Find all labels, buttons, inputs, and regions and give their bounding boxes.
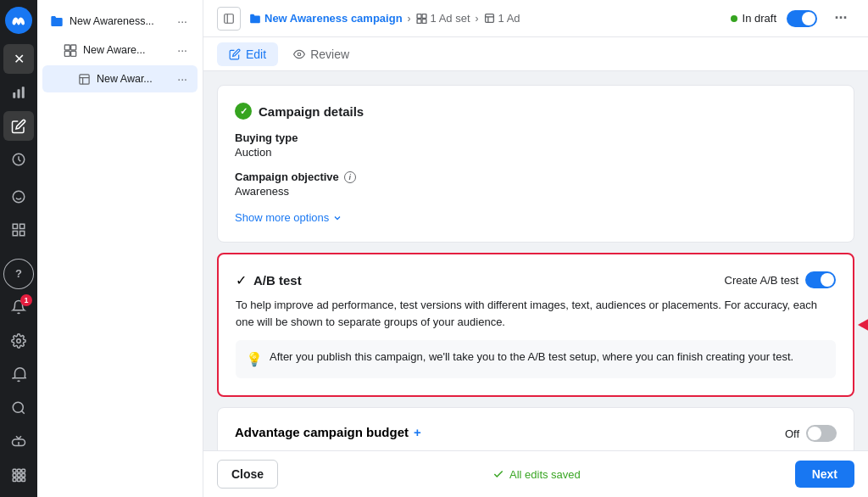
- svg-rect-17: [22, 470, 25, 473]
- svg-rect-2: [22, 87, 25, 98]
- svg-rect-21: [13, 478, 16, 482]
- advantage-off-label: Off: [785, 427, 799, 440]
- breadcrumb-campaign[interactable]: New Awareness campaign: [249, 12, 403, 25]
- bug-icon[interactable]: [3, 427, 34, 457]
- svg-rect-33: [417, 14, 421, 19]
- svg-point-40: [298, 53, 301, 56]
- svg-rect-1: [18, 89, 20, 98]
- search-icon[interactable]: [3, 393, 34, 423]
- smiley-icon[interactable]: [3, 181, 34, 212]
- objective-info-icon[interactable]: i: [344, 171, 356, 183]
- advantage-title: Advantage campaign budget +: [235, 425, 421, 439]
- sidebar-adset-label: New Aware...: [83, 44, 169, 56]
- svg-rect-16: [18, 470, 21, 473]
- advantage-card-header: Advantage campaign budget + Off: [235, 425, 837, 446]
- question-icon[interactable]: ?: [3, 259, 34, 289]
- sidebar-adset-more[interactable]: ···: [174, 42, 191, 59]
- bottom-bar: Close All edits saved Next: [203, 450, 868, 497]
- saved-label: All edits saved: [509, 468, 581, 481]
- left-navigation: ✕ ? 1: [0, 0, 37, 497]
- close-nav-icon[interactable]: ✕: [3, 44, 34, 75]
- notifications-icon[interactable]: 1: [3, 293, 34, 323]
- buying-type-field: Buying type Auction: [235, 131, 837, 159]
- sidebar-item-campaign[interactable]: New Awareness... ···: [42, 8, 198, 35]
- svg-rect-10: [20, 232, 25, 236]
- show-more-options[interactable]: Show more options: [235, 211, 342, 224]
- bulb-icon: 💡: [246, 349, 263, 370]
- adset-icon: [63, 42, 78, 58]
- grid-icon[interactable]: [3, 215, 34, 246]
- status-badge: In draft: [731, 12, 776, 25]
- red-arrow-head: [858, 318, 868, 332]
- settings-icon[interactable]: [3, 326, 34, 356]
- pencil-icon[interactable]: [3, 111, 34, 142]
- campaign-details-card: ✓ Campaign details Buying type Auction C…: [217, 85, 854, 243]
- tab-review-label: Review: [310, 47, 349, 61]
- sidebar-ad-label: New Awar...: [97, 73, 169, 85]
- next-button[interactable]: Next: [795, 461, 854, 488]
- sidebar-item-ad[interactable]: New Awar... ···: [42, 65, 198, 92]
- ad-icon: [76, 71, 92, 87]
- ab-test-toggle[interactable]: [805, 271, 836, 288]
- status-dot: [731, 15, 737, 22]
- content-area: ✓ Campaign details Buying type Auction C…: [203, 71, 868, 450]
- buying-type-label: Buying type: [235, 131, 837, 144]
- svg-rect-24: [64, 45, 70, 50]
- svg-rect-36: [422, 20, 426, 24]
- advantage-plus: +: [414, 425, 421, 439]
- adset-crumb-label: 1 Ad set: [431, 12, 470, 25]
- bell-icon[interactable]: [3, 360, 34, 390]
- svg-rect-22: [18, 478, 21, 482]
- main-content: New Awareness campaign › 1 Ad set › 1 Ad…: [203, 0, 868, 497]
- breadcrumb-ad: 1 Ad: [484, 12, 520, 25]
- tab-review[interactable]: Review: [281, 42, 361, 66]
- svg-rect-19: [18, 474, 21, 477]
- buying-type-value: Auction: [235, 146, 837, 159]
- more-options-button[interactable]: ···: [827, 5, 854, 32]
- sidebar-campaign-more[interactable]: ···: [174, 13, 191, 30]
- svg-rect-23: [22, 478, 25, 482]
- crumb-sep-1: ›: [408, 13, 411, 25]
- clock-icon[interactable]: [3, 144, 34, 175]
- tab-edit-label: Edit: [246, 47, 266, 61]
- draft-toggle[interactable]: [787, 10, 817, 27]
- svg-rect-9: [13, 232, 17, 236]
- ab-note-text: After you publish this campaign, we'll t…: [270, 349, 793, 366]
- svg-rect-15: [13, 470, 16, 473]
- apps-grid-icon[interactable]: [3, 460, 34, 490]
- svg-point-11: [17, 339, 21, 343]
- campaign-check-icon: ✓: [235, 103, 252, 120]
- status-label: In draft: [743, 12, 776, 25]
- campaign-objective-value: Awareness: [235, 185, 837, 198]
- campaign-crumb-label[interactable]: New Awareness campaign: [264, 12, 403, 25]
- advantage-title-container: Advantage campaign budget +: [235, 425, 421, 446]
- meta-logo[interactable]: [5, 7, 32, 34]
- ab-description: To help improve ad performance, test ver…: [236, 297, 836, 330]
- svg-rect-8: [20, 225, 25, 229]
- svg-rect-26: [64, 51, 70, 56]
- advantage-budget-toggle[interactable]: [806, 425, 837, 442]
- svg-rect-25: [71, 45, 76, 50]
- action-tabs: Edit Review: [203, 37, 868, 71]
- toggle-sidebar-button[interactable]: [217, 7, 241, 31]
- sidebar-ad-more[interactable]: ···: [174, 70, 191, 87]
- campaign-title-text: Campaign details: [259, 104, 364, 119]
- folder-icon: [49, 14, 64, 29]
- close-button[interactable]: Close: [217, 460, 278, 489]
- chart-icon[interactable]: [3, 77, 34, 108]
- notification-badge: 1: [20, 294, 32, 306]
- campaign-objective-field: Campaign objective i Awareness: [235, 170, 837, 198]
- svg-rect-35: [417, 20, 421, 24]
- svg-rect-34: [422, 14, 426, 19]
- breadcrumb-adset[interactable]: 1 Ad set: [416, 12, 470, 25]
- saved-status: All edits saved: [492, 468, 581, 481]
- svg-line-13: [21, 411, 24, 414]
- ad-crumb-label: 1 Ad: [498, 12, 520, 25]
- create-ab-label: Create A/B test: [725, 274, 798, 287]
- sidebar-item-adset[interactable]: New Aware... ···: [42, 36, 198, 64]
- tab-edit[interactable]: Edit: [217, 42, 278, 66]
- svg-rect-28: [79, 74, 88, 83]
- red-arrow-annotation: [858, 318, 868, 332]
- svg-rect-18: [13, 474, 16, 477]
- sidebar-campaign-label: New Awareness...: [70, 15, 169, 27]
